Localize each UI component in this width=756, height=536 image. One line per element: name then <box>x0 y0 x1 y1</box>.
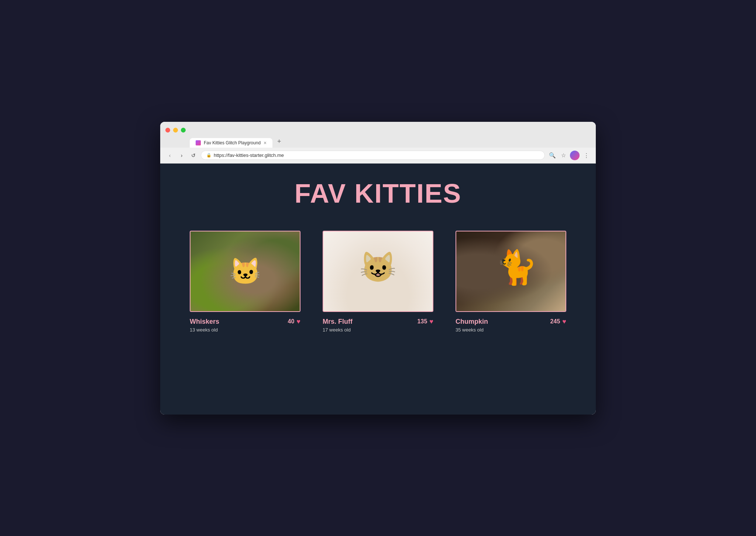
kitty-image-wrapper <box>456 231 566 312</box>
profile-avatar[interactable] <box>570 151 580 160</box>
kitty-image-wrapper <box>323 231 433 312</box>
forward-button[interactable]: › <box>177 151 186 160</box>
tab-favicon-icon <box>196 140 201 145</box>
tab-title: Fav Kitties Glitch Playground <box>204 140 261 145</box>
url-text: https://fav-kitties-starter.glitch.me <box>214 152 284 158</box>
bookmark-icon[interactable]: ☆ <box>559 151 568 160</box>
kitties-grid: Whiskers 13 weeks old 40 ♥ Mrs. Fluff 17… <box>190 231 566 333</box>
tab-close-button[interactable]: × <box>264 140 267 145</box>
address-bar: ‹ › ↺ 🔒 https://fav-kitties-starter.glit… <box>160 148 596 164</box>
kitty-image <box>190 231 300 311</box>
kitty-info: Mrs. Fluff 17 weeks old 135 ♥ <box>323 318 433 333</box>
kitty-card: Mrs. Fluff 17 weeks old 135 ♥ <box>323 231 433 333</box>
kitty-likes[interactable]: 245 ♥ <box>550 318 566 326</box>
kitty-likes[interactable]: 135 ♥ <box>417 318 433 326</box>
new-tab-button[interactable]: + <box>274 137 284 147</box>
kitty-card: Chumpkin 35 weeks old 245 ♥ <box>456 231 566 333</box>
page-content: FAV KITTIES Whiskers 13 weeks old 40 ♥ <box>160 164 596 415</box>
tabs-row: Fav Kitties Glitch Playground × + <box>160 137 596 148</box>
minimize-window-button[interactable] <box>173 128 178 133</box>
search-icon[interactable]: 🔍 <box>548 151 557 160</box>
kitty-card: Whiskers 13 weeks old 40 ♥ <box>190 231 300 333</box>
kitty-name: Mrs. Fluff <box>323 318 353 326</box>
kitty-image <box>456 231 566 311</box>
kitty-name: Whiskers <box>190 318 219 326</box>
likes-count: 135 <box>417 318 427 325</box>
kitty-name-age: Mrs. Fluff 17 weeks old <box>323 318 353 333</box>
likes-count: 40 <box>288 318 295 325</box>
heart-icon: ♥ <box>429 318 433 326</box>
heart-icon: ♥ <box>296 318 300 326</box>
kitty-likes[interactable]: 40 ♥ <box>288 318 300 326</box>
lock-icon: 🔒 <box>206 153 212 158</box>
close-window-button[interactable] <box>165 128 170 133</box>
traffic-lights-row <box>160 122 596 135</box>
heart-icon: ♥ <box>562 318 566 326</box>
menu-icon[interactable]: ⋮ <box>582 151 591 160</box>
browser-window: Fav Kitties Glitch Playground × + ‹ › ↺ … <box>160 122 596 415</box>
maximize-window-button[interactable] <box>181 128 186 133</box>
kitty-image-wrapper <box>190 231 300 312</box>
kitty-image <box>323 231 433 311</box>
refresh-button[interactable]: ↺ <box>189 151 198 160</box>
browser-tab[interactable]: Fav Kitties Glitch Playground × <box>190 138 272 148</box>
kitty-name: Chumpkin <box>456 318 488 326</box>
kitty-age: 35 weeks old <box>456 327 488 333</box>
likes-count: 245 <box>550 318 560 325</box>
title-bar: Fav Kitties Glitch Playground × + <box>160 122 596 148</box>
kitty-name-age: Whiskers 13 weeks old <box>190 318 219 333</box>
toolbar-right: 🔍 ☆ ⋮ <box>548 151 591 160</box>
kitty-age: 17 weeks old <box>323 327 353 333</box>
kitty-name-age: Chumpkin 35 weeks old <box>456 318 488 333</box>
back-button[interactable]: ‹ <box>165 151 174 160</box>
kitty-age: 13 weeks old <box>190 327 219 333</box>
address-input[interactable]: 🔒 https://fav-kitties-starter.glitch.me <box>201 151 545 160</box>
kitty-info: Whiskers 13 weeks old 40 ♥ <box>190 318 300 333</box>
kitty-info: Chumpkin 35 weeks old 245 ♥ <box>456 318 566 333</box>
page-title: FAV KITTIES <box>295 178 462 209</box>
